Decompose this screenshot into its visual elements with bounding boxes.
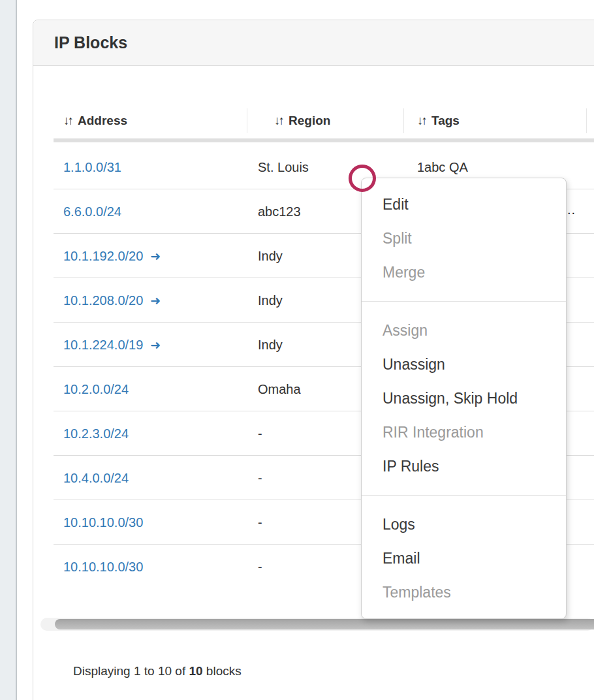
ip-block-address-link[interactable]: 10.4.0.0/24 bbox=[63, 456, 129, 500]
count-suffix: blocks bbox=[203, 664, 242, 678]
column-header-region[interactable]: ↓↑Region bbox=[274, 109, 330, 133]
horizontal-scrollbar-thumb[interactable] bbox=[55, 619, 594, 629]
tags-truncation-ellipsis: .. bbox=[567, 189, 576, 234]
region-cell: Indy bbox=[258, 278, 283, 323]
region-cell: - bbox=[258, 456, 262, 500]
record-count-summary: Displaying 1 to 10 of 10 blocks bbox=[73, 661, 242, 681]
sort-icon[interactable]: ↓↑ bbox=[417, 114, 426, 127]
column-header-label: Region bbox=[289, 114, 330, 127]
assigned-arrow-icon: ➜ bbox=[150, 338, 161, 352]
region-cell: St. Louis bbox=[258, 145, 309, 189]
panel-header: IP Blocks bbox=[33, 20, 594, 66]
menu-item-merge: Merge bbox=[362, 255, 566, 289]
column-header-tags[interactable]: ↓↑Tags bbox=[417, 109, 460, 133]
table-header-divider bbox=[54, 138, 594, 142]
menu-item-unassign[interactable]: Unassign bbox=[362, 347, 566, 381]
count-prefix: Displaying 1 to 10 of bbox=[73, 664, 189, 678]
column-separator bbox=[403, 108, 404, 133]
column-separator bbox=[586, 108, 587, 133]
ip-block-address-link[interactable]: 10.1.224.0/19➜ bbox=[63, 323, 161, 367]
region-cell: Indy bbox=[258, 323, 283, 367]
assigned-arrow-icon: ➜ bbox=[150, 249, 161, 263]
ip-block-address-link[interactable]: 10.1.208.0/20➜ bbox=[63, 278, 161, 323]
column-header-label: Address bbox=[78, 114, 127, 127]
row-context-menu: EditSplitMergeAssignUnassignUnassign, Sk… bbox=[361, 178, 567, 619]
ip-block-address-link[interactable]: 10.10.10.0/30 bbox=[63, 545, 143, 589]
menu-item-rir-integration: RIR Integration bbox=[362, 415, 566, 449]
menu-item-logs[interactable]: Logs bbox=[362, 507, 566, 541]
menu-item-email[interactable]: Email bbox=[362, 541, 566, 575]
sort-icon[interactable]: ↓↑ bbox=[274, 114, 283, 127]
ip-block-address-link[interactable]: 10.1.192.0/20➜ bbox=[63, 234, 161, 278]
ip-block-address-link[interactable]: 6.6.0.0/24 bbox=[63, 189, 121, 234]
menu-divider bbox=[362, 495, 566, 496]
region-cell: - bbox=[258, 545, 262, 589]
region-cell: - bbox=[258, 500, 262, 545]
ip-block-address-link[interactable]: 10.2.0.0/24 bbox=[63, 367, 129, 411]
app-left-edge bbox=[0, 0, 17, 700]
menu-item-assign: Assign bbox=[362, 313, 566, 347]
column-separator bbox=[247, 108, 247, 133]
region-cell: abc123 bbox=[258, 189, 301, 234]
page-title: IP Blocks bbox=[54, 33, 127, 52]
sort-icon[interactable]: ↓↑ bbox=[63, 114, 72, 127]
menu-item-edit[interactable]: Edit bbox=[362, 187, 566, 221]
count-total: 10 bbox=[189, 664, 202, 678]
menu-divider bbox=[362, 301, 566, 302]
click-indicator-circle bbox=[349, 165, 376, 192]
region-cell: - bbox=[258, 411, 262, 456]
assigned-arrow-icon: ➜ bbox=[150, 294, 161, 308]
menu-item-unassign-skip-hold[interactable]: Unassign, Skip Hold bbox=[362, 381, 566, 415]
ip-block-address-link[interactable]: 10.10.10.0/30 bbox=[63, 500, 143, 545]
menu-item-templates: Templates bbox=[362, 575, 566, 609]
column-header-address[interactable]: ↓↑Address bbox=[63, 109, 127, 133]
region-cell: Omaha bbox=[258, 367, 301, 411]
column-header-label: Tags bbox=[431, 114, 460, 127]
ip-block-address-link[interactable]: 1.1.0.0/31 bbox=[63, 145, 121, 189]
menu-item-ip-rules[interactable]: IP Rules bbox=[362, 449, 566, 483]
menu-item-split: Split bbox=[362, 221, 566, 255]
region-cell: Indy bbox=[258, 234, 283, 278]
ip-block-address-link[interactable]: 10.2.3.0/24 bbox=[63, 411, 129, 456]
